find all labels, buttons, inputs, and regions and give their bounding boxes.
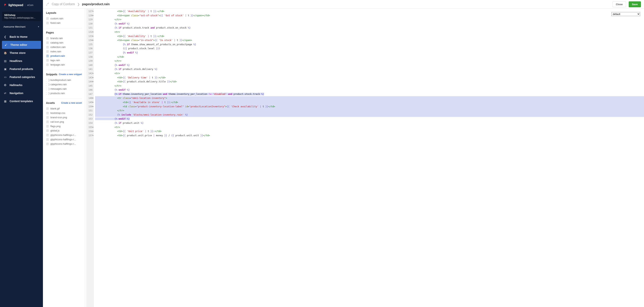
code-line[interactable]: {% if product.stock.track and product.st… (95, 26, 644, 30)
shop-name: SEOshop (4, 14, 39, 16)
file-global-js[interactable]: global.js (46, 128, 82, 133)
gutter-line: 157▼ (86, 134, 93, 138)
section-title: Layouts (46, 11, 56, 14)
gutter-line: 156▼ (86, 129, 93, 134)
nav-hallmarks[interactable]: ✪Hallmarks (0, 81, 43, 89)
bc-project[interactable]: Copy of Conform (52, 2, 75, 6)
file-icon (46, 46, 49, 48)
code-line[interactable]: </tr> (95, 59, 644, 63)
file-glyphicons-halflings-r-[interactable]: glyphicons-halflings-r... (46, 133, 82, 137)
file-label: fixed.rain (50, 22, 60, 24)
file-custom-rain[interactable]: custom.rain (46, 16, 82, 21)
file-tags-rain[interactable]: tags.rain (46, 58, 82, 62)
nav-label: Headlines (10, 60, 22, 62)
gutter-line: 145 (86, 84, 93, 88)
file-products-rain[interactable]: { }products.rain (46, 91, 82, 96)
close-button[interactable]: Close (612, 1, 626, 7)
file-cat-icon-png[interactable]: cat-icon.png (46, 120, 82, 124)
code-line[interactable]: ({{ product.stock.level }}) (95, 46, 644, 51)
gutter-line: 152 (86, 113, 93, 117)
nav-featured-products[interactable]: ▣Featured products (0, 65, 43, 73)
file-brands-rain[interactable]: brands.rain (46, 36, 82, 40)
news-icon: ▤ (4, 60, 7, 62)
nav-back-home[interactable]: ❮ Back to Home (0, 33, 43, 41)
store-icon: 🏠 (4, 51, 7, 54)
code-line[interactable]: {% include 'blocks/omni-location-invento… (95, 113, 644, 117)
file-icon (46, 50, 49, 53)
code-editor[interactable]: default 127▼128▼129130131132▼133▼134▼135… (85, 8, 644, 307)
file-brand-icon-png[interactable]: brand-icon.png (46, 115, 82, 120)
code-line[interactable]: </tr> (95, 18, 644, 22)
file-catalog-rain[interactable]: catalog.rain (46, 40, 82, 45)
code-line[interactable]: {% if theme.show_amount_of_products_on_p… (95, 42, 644, 47)
code-line[interactable]: <td><span class="out-of-stock">{{ 'Out o… (95, 14, 644, 18)
breadcrumb: Copy of Conform ❯ pages/product.rain (52, 2, 110, 6)
code-line[interactable]: <td>{{ 'Available in store' | t }}:</td> (95, 100, 644, 105)
code-line[interactable]: <td><span class="in-stock">{{ 'In stock'… (95, 38, 644, 42)
code-line[interactable]: {% endif %} (95, 51, 644, 55)
file-bundleproduct-rain[interactable]: { }bundleproduct.rain (46, 78, 82, 82)
gutter-line: 135 (86, 42, 93, 47)
nav-navigation[interactable]: ⇄Navigation (0, 89, 43, 97)
nav-headlines[interactable]: ▤Headlines (0, 57, 43, 65)
file-label: messages.rain (50, 88, 67, 90)
code-line[interactable]: <tr> (95, 72, 644, 76)
code-line[interactable]: {% endif %} (95, 22, 644, 26)
code-line[interactable]: <td>{{ 'Unit price' | t }}:</td> (95, 129, 644, 134)
bc-file: pages/product.rain (82, 2, 110, 6)
code-line[interactable]: <td class="product-inventory-location-la… (95, 105, 644, 109)
gutter-line: 130 (86, 22, 93, 26)
code-line[interactable]: </tr> (95, 109, 644, 113)
file-product-rain[interactable]: product.rain (46, 54, 82, 58)
save-button[interactable]: Save (629, 1, 641, 7)
code-line[interactable]: <td>{{ 'Availability' | t }}:</td> (95, 10, 644, 14)
brush-icon (46, 2, 49, 6)
file-fixed-rain[interactable]: fixed.rain (46, 21, 82, 25)
file-glyphicons-halflings-r-[interactable]: glyphicons-halflings-r... (46, 142, 82, 146)
code-line[interactable]: <td>{{ product.stock.delivery.title }}</… (95, 80, 644, 84)
code-line[interactable]: {% if product.stock.delivery %} (95, 67, 644, 72)
file-index-rain[interactable]: index.rain (46, 49, 82, 54)
file-icon (46, 63, 49, 66)
section-title: Pages (46, 31, 54, 34)
gutter-line: 146 (86, 88, 93, 92)
file-glyphicons-halflings-r-[interactable]: glyphicons-halflings-r... (46, 137, 82, 142)
file-categories-rain[interactable]: { }categories.rain (46, 82, 82, 86)
file-bootstrap-css[interactable]: bootstrap.css (46, 111, 82, 115)
code-line[interactable]: <tr class="omni-location-inventory"> (95, 96, 644, 100)
file-explorer-panel[interactable]: Layoutscustom.rainfixed.rainPagesbrands.… (43, 8, 85, 307)
code-line[interactable]: {% endif %} (95, 88, 644, 92)
code-line[interactable]: </td> (95, 55, 644, 59)
code-line[interactable]: {% if theme.inventory_per_location and t… (95, 92, 644, 96)
nav-content-templates[interactable]: ▦Content templates (0, 97, 43, 105)
file-icon (46, 107, 49, 110)
template-icon: ▦ (4, 100, 7, 103)
code-line[interactable]: <td>{{ 'Availability' | t }}:</td> (95, 34, 644, 38)
section-title: Snippets (46, 73, 57, 76)
merchant-dropdown[interactable]: Awesome Merchant ▼ (0, 22, 43, 31)
main-nav: ❮ Back to Home 🖌Theme editor🏠Theme store… (0, 31, 43, 105)
code-content[interactable]: <td>{{ 'Availability' | t }}:</td> <td><… (94, 8, 644, 307)
code-line[interactable]: <td>{{ product.unit.price | money }} / {… (95, 134, 644, 138)
code-line[interactable]: <tr> (95, 125, 644, 130)
code-line[interactable]: <td>{{ 'Delivery time' | t }}:</td> (95, 76, 644, 80)
code-line[interactable]: {% if product.unit %} (95, 121, 644, 125)
file-label: catalog.rain (50, 41, 63, 44)
section-action-link[interactable]: Create a new snippet (59, 73, 82, 76)
nav-theme-store[interactable]: 🏠Theme store (0, 49, 43, 57)
section-action-link[interactable]: Create a new asset (61, 102, 82, 104)
code-line[interactable]: {% endif %} (95, 63, 644, 68)
file-textpage-rain[interactable]: textpage.rain (46, 62, 82, 67)
nav-featured-categories[interactable]: ▭Featured categories (0, 73, 43, 81)
template-mode-select[interactable]: default (612, 12, 640, 16)
file-flags-png[interactable]: flags.png (46, 124, 82, 128)
file-blank-gif[interactable]: blank.gif (46, 106, 82, 111)
code-line[interactable]: {% endif %} (95, 117, 644, 121)
nav-theme-editor[interactable]: 🖌Theme editor (2, 41, 41, 49)
file-icon (46, 59, 49, 62)
code-line[interactable]: <tr> (95, 30, 644, 34)
file-collection-rain[interactable]: collection.rain (46, 45, 82, 49)
file-messages-rain[interactable]: { }messages.rain (46, 86, 82, 91)
code-line[interactable]: </tr> (95, 84, 644, 88)
shop-info-box[interactable]: SEOshop http://shop1.webshopapp.loc... (2, 12, 41, 21)
